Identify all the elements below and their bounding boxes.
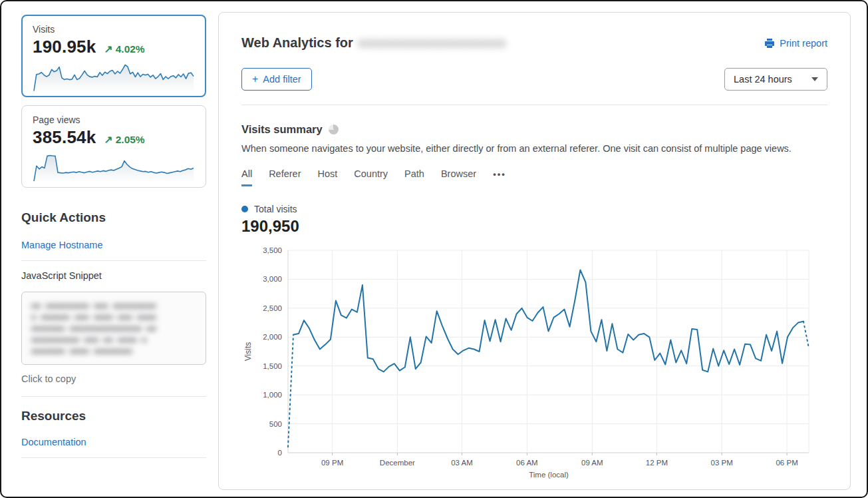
total-visits-value: 190,950 [241,217,827,236]
svg-text:2,500: 2,500 [263,304,282,312]
trend-up-icon: ↗ [104,43,112,55]
documentation-link[interactable]: Documentation [21,437,86,447]
app-window: Visits 190.95k ↗ 4.02% Page views 385.54… [0,0,868,498]
plus-icon: + [252,75,258,83]
svg-text:2,000: 2,000 [263,333,282,341]
metric-card-value: 190.95k [33,37,96,57]
svg-text:09 AM: 09 AM [581,459,603,467]
quick-actions-heading: Quick Actions [21,210,206,225]
svg-text:Time (local): Time (local) [529,471,569,479]
main-panel: Web Analytics for ●●●●●●●●●●●●●●●●● Prin… [218,12,851,490]
svg-text:3,000: 3,000 [263,275,282,283]
divider [21,396,206,397]
add-filter-button[interactable]: + Add filter [241,68,312,91]
total-visits-legend-label: Total visits [254,204,297,214]
click-to-copy-hint: Click to copy [21,374,206,384]
svg-text:06 AM: 06 AM [516,459,538,467]
svg-text:500: 500 [269,420,282,428]
svg-text:06 PM: 06 PM [776,459,797,467]
sidebar: Visits 190.95k ↗ 4.02% Page views 385.54… [1,1,218,497]
dimension-tabs: All Referer Host Country Path Browser ••… [241,168,827,186]
print-report-button[interactable]: Print report [764,38,827,49]
trend-up-icon: ↗ [104,134,112,145]
visits-sparkline [33,60,195,93]
tab-path[interactable]: Path [404,168,424,186]
tab-host[interactable]: Host [317,168,337,186]
divider [21,457,206,458]
total-visits-legend-dot [241,206,248,212]
tab-more[interactable]: ••• [493,169,506,186]
metric-card-visits[interactable]: Visits 190.95k ↗ 4.02% [21,15,206,97]
metric-card-label: Visits [33,24,195,35]
visits-summary-heading: Visits summary [241,123,323,136]
pie-chart-help-icon [329,124,339,134]
svg-text:1,500: 1,500 [263,362,282,370]
svg-text:03 PM: 03 PM [711,459,733,467]
metric-card-delta: 4.02% [116,43,145,55]
chevron-down-icon [811,77,818,81]
divider [21,260,206,261]
tab-browser[interactable]: Browser [441,168,476,186]
metric-card-pageviews[interactable]: Page views 385.54k ↗ 2.05% [21,105,206,188]
metric-card-label: Page views [33,115,195,125]
redacted-domain: ●●●●●●●●●●●●●●●●● [359,35,506,51]
pageviews-sparkline [33,150,195,184]
svg-text:03 AM: 03 AM [451,459,473,467]
visits-summary-description: When someone navigates to your website, … [241,143,827,154]
javascript-snippet-label: JavaScript Snippet [21,270,206,281]
resources-heading: Resources [21,409,206,423]
svg-text:09 PM: 09 PM [321,459,343,467]
printer-icon [764,38,775,49]
javascript-snippet-code[interactable]: ●● ●●●●●●●●● ●●● ●●●●●●●●● ● ●●●●●● ●●● … [21,292,206,365]
metric-card-delta: 2.05% [116,134,145,145]
svg-text:1,000: 1,000 [263,391,282,399]
svg-text:December: December [380,459,415,467]
time-range-dropdown[interactable]: Last 24 hours [724,68,827,91]
visits-line-chart: 05001,0001,5002,0002,5003,0003,50009 PMD… [241,245,827,479]
svg-text:0: 0 [278,449,282,457]
tab-referer[interactable]: Referer [269,168,301,186]
svg-text:12 PM: 12 PM [646,459,668,467]
svg-text:3,500: 3,500 [263,246,282,254]
manage-hostname-link[interactable]: Manage Hostname [21,240,103,250]
tab-country[interactable]: Country [354,168,388,186]
svg-text:Visits: Visits [243,342,253,361]
page-title: Web Analytics for ●●●●●●●●●●●●●●●●● [241,35,506,51]
tab-all[interactable]: All [241,168,252,186]
metric-card-value: 385.54k [33,127,96,148]
